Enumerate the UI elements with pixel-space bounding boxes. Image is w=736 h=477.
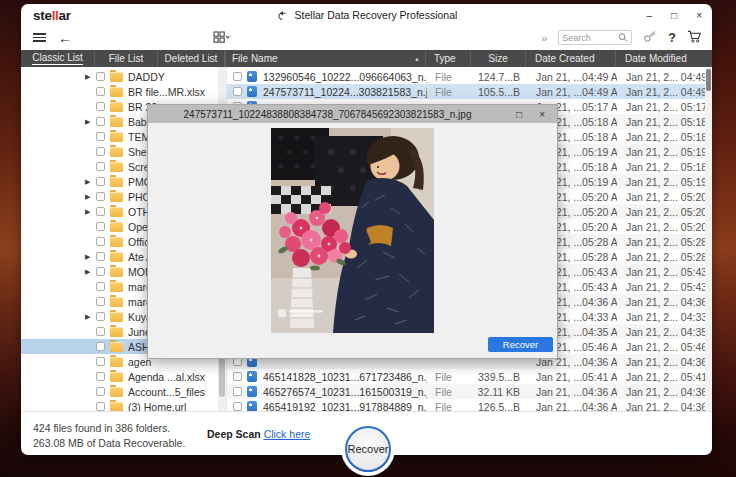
expand-arrow-icon[interactable]: ▶ — [85, 193, 96, 201]
shopping-cart-icon[interactable] — [687, 29, 702, 47]
deep-scan-link[interactable]: Click here — [264, 428, 311, 440]
checkbox[interactable] — [96, 222, 105, 231]
folder-icon — [110, 132, 123, 142]
checkbox[interactable] — [96, 402, 105, 411]
minimize-button[interactable]: – — [647, 9, 653, 23]
app-window: stellar Stellar Data Recovery Profession… — [21, 4, 712, 455]
list-scrollbar[interactable] — [705, 67, 712, 411]
checkbox[interactable] — [96, 252, 105, 261]
file-row[interactable]: 465276574_10231...161500319_n.jpg File 3… — [227, 384, 705, 399]
expand-arrow-icon[interactable]: ▶ — [85, 118, 96, 126]
search-icon — [618, 32, 628, 43]
tab-classic-list[interactable]: Classic List — [21, 50, 95, 67]
checkbox[interactable] — [96, 237, 105, 246]
column-header-date-created[interactable]: Date Created — [525, 50, 615, 67]
tree-item-22[interactable]: ▶ (3) Home.url — [21, 399, 218, 411]
tree-item-0[interactable]: ▶ DADDY — [21, 69, 218, 84]
file-row[interactable]: 132960546_10222...096664063_n.jpg File 1… — [227, 69, 705, 84]
checkbox[interactable] — [96, 162, 105, 171]
expand-arrow-icon[interactable]: ▶ — [85, 253, 96, 261]
back-arrow-icon[interactable]: ← — [58, 30, 72, 46]
column-header-type[interactable]: Type — [425, 50, 470, 67]
tab-file-list[interactable]: File List — [95, 50, 158, 67]
folder-icon — [110, 87, 123, 97]
deep-scan-label: Deep Scan — [207, 428, 261, 440]
folder-icon — [110, 192, 123, 202]
checkbox[interactable] — [96, 327, 105, 336]
menu-icon[interactable] — [33, 31, 46, 45]
folder-icon — [110, 162, 123, 172]
title-bar: stellar Stellar Data Recovery Profession… — [21, 4, 712, 25]
checkbox[interactable] — [96, 207, 105, 216]
checkbox[interactable] — [233, 387, 242, 396]
tree-item-20[interactable]: ▶ Agenda ...al.xlsx — [21, 369, 218, 384]
window-title: Stellar Data Recovery Professional — [21, 9, 712, 21]
checkbox[interactable] — [96, 192, 105, 201]
preview-photo — [148, 123, 557, 333]
checkbox[interactable] — [96, 372, 105, 381]
column-header-size[interactable]: Size — [470, 50, 525, 67]
column-header-date-modified[interactable]: Date Modified — [615, 50, 712, 67]
folder-icon — [110, 147, 123, 157]
tab-deleted-list[interactable]: Deleted List — [158, 50, 225, 67]
folder-icon — [110, 297, 123, 307]
file-row[interactable]: 465419192_10231...917884889_n.jpg File 1… — [227, 399, 705, 411]
image-file-icon — [247, 386, 257, 397]
expand-arrow-icon[interactable]: ▶ — [85, 178, 96, 186]
folder-icon — [110, 207, 123, 217]
folder-icon — [110, 102, 123, 112]
tree-item-1[interactable]: ▶ BR file...MR.xlsx — [21, 84, 218, 99]
view-switch-grid-icon[interactable] — [213, 30, 230, 48]
stellar-logo: stellar — [33, 8, 71, 23]
close-button[interactable]: × — [696, 9, 702, 23]
tree-scrollbar-thumb[interactable] — [219, 355, 225, 397]
folder-icon — [110, 222, 123, 232]
expand-arrow-icon[interactable]: ▶ — [85, 313, 96, 321]
image-file-icon — [247, 401, 257, 411]
search-box[interactable] — [558, 30, 632, 45]
preview-recover-button[interactable]: Recover — [488, 337, 553, 352]
tree-item-21[interactable]: ▶ Account...5_files — [21, 384, 218, 399]
list-header-row: Classic List File List Deleted List File… — [21, 50, 712, 67]
checkbox[interactable] — [96, 117, 105, 126]
search-input[interactable] — [562, 33, 618, 43]
checkbox[interactable] — [96, 387, 105, 396]
file-row[interactable]: 247573711_10224...303821583_n.jpg File 1… — [227, 84, 705, 99]
expand-arrow-icon[interactable]: ▶ — [85, 208, 96, 216]
checkbox[interactable] — [96, 297, 105, 306]
sort-ascending-icon: ▲ — [414, 56, 420, 62]
checkbox[interactable] — [96, 357, 105, 366]
checkbox[interactable] — [96, 312, 105, 321]
maximize-button[interactable]: □ — [671, 9, 677, 23]
preview-maximize-button[interactable]: □ — [516, 109, 522, 120]
status-bar: 424 files found in 386 folders. 263.08 M… — [21, 412, 712, 460]
preview-close-button[interactable]: × — [539, 109, 545, 120]
checkbox[interactable] — [96, 132, 105, 141]
checkbox[interactable] — [96, 87, 105, 96]
list-scrollbar-thumb[interactable] — [706, 69, 711, 91]
folder-icon — [110, 117, 123, 127]
checkbox[interactable] — [233, 72, 242, 81]
checkbox[interactable] — [233, 372, 242, 381]
recover-button[interactable]: Recover — [345, 426, 391, 472]
checkbox[interactable] — [233, 87, 242, 96]
expand-arrow-icon[interactable]: ▶ — [85, 73, 96, 81]
toolbar-overflow-icon[interactable]: » — [541, 32, 547, 44]
help-icon[interactable]: ? — [668, 31, 676, 45]
checkbox[interactable] — [96, 72, 105, 81]
activation-key-icon[interactable] — [643, 29, 657, 47]
folder-icon — [110, 342, 123, 352]
checkbox[interactable] — [96, 282, 105, 291]
checkbox[interactable] — [96, 147, 105, 156]
checkbox[interactable] — [233, 402, 242, 411]
file-row[interactable]: 465141828_10231...671723486_n.jpg File 3… — [227, 369, 705, 384]
column-header-file-name[interactable]: File Name ▲ — [225, 50, 425, 67]
checkbox[interactable] — [96, 102, 105, 111]
checkbox[interactable] — [96, 177, 105, 186]
folder-icon — [110, 237, 123, 247]
checkbox[interactable] — [96, 267, 105, 276]
folder-icon — [110, 327, 123, 337]
checkbox[interactable] — [96, 342, 105, 351]
expand-arrow-icon[interactable]: ▶ — [85, 268, 96, 276]
folder-icon — [110, 387, 123, 397]
